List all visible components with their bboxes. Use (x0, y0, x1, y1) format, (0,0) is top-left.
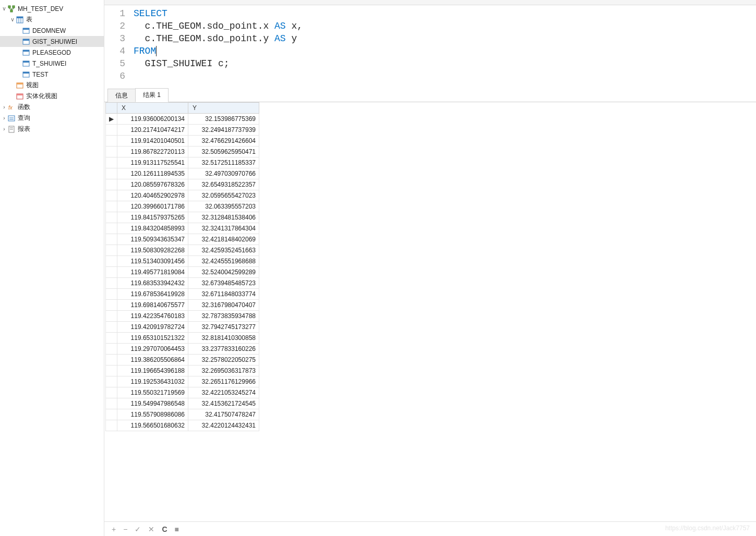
expander-icon[interactable]: v (1, 6, 7, 11)
table-row[interactable]: 119.50830928226832.4259352451663 (106, 245, 259, 256)
table-row[interactable]: 119.69814067557732.3167980470407 (106, 300, 259, 311)
cell[interactable]: 119.422354760183 (117, 311, 188, 322)
table-row[interactable]: 120.40465290297832.0595655427023 (106, 190, 259, 201)
chevron-right-icon[interactable]: › (1, 126, 7, 132)
delete-row-button[interactable]: − (123, 525, 127, 533)
cell[interactable]: 119.557908986086 (117, 409, 188, 420)
table-row[interactable]: 119.91311752554132.5172511185337 (106, 157, 259, 168)
tree-table-gist-shuiwei[interactable]: GIST_SHUIWEI (0, 36, 104, 47)
table-row[interactable]: 119.56650168063232.4220124432431 (106, 420, 259, 431)
tree-table-t-shuiwei[interactable]: T_SHUIWEI (0, 58, 104, 69)
tree-matviews-node[interactable]: 实体化视图 (0, 91, 104, 102)
tab-result-1[interactable]: 结果 1 (135, 88, 169, 102)
cell[interactable]: 32.4153621724545 (188, 398, 259, 409)
cell[interactable]: 119.297070064453 (117, 344, 188, 355)
cell[interactable]: 32.8181410300858 (188, 333, 259, 344)
tree-functions-node[interactable]: › fx 函数 (0, 102, 104, 113)
cell[interactable]: 119.192536431032 (117, 376, 188, 387)
cell[interactable]: 119.509343635347 (117, 234, 188, 245)
table-row[interactable]: 119.19665439618832.2695036317873 (106, 366, 259, 376)
table-row[interactable]: 119.91420104050132.4766291426604 (106, 136, 259, 147)
table-row[interactable]: 119.84320485899332.3241317864304 (106, 223, 259, 234)
table-row[interactable]: 119.68353394243232.6739485485723 (106, 278, 259, 289)
table-row[interactable]: 119.38620550686432.2578022050275 (106, 355, 259, 366)
table-row[interactable]: 119.19253643103232.2651176129966 (106, 376, 259, 387)
result-grid-wrap[interactable]: X Y ▶119.93600620013432.153986775369120.… (104, 102, 756, 521)
cell[interactable]: 32.4221053245274 (188, 387, 259, 398)
table-row[interactable]: 119.65310152132232.8181410300858 (106, 333, 259, 344)
table-row[interactable]: 120.12611189453532.497030970766 (106, 168, 259, 179)
commit-button[interactable]: ✓ (135, 525, 141, 533)
cell[interactable]: 32.7873835934788 (188, 311, 259, 322)
cell[interactable]: 119.513403091456 (117, 256, 188, 267)
cell[interactable]: 119.867822720113 (117, 147, 188, 157)
tree-reports-node[interactable]: › 报表 (0, 124, 104, 135)
cell[interactable]: 119.683533942432 (117, 278, 188, 289)
cell[interactable]: 119.914201040501 (117, 136, 188, 147)
add-row-button[interactable]: + (112, 525, 116, 533)
cell[interactable]: 32.7942745173277 (188, 322, 259, 333)
cell[interactable]: 119.495771819084 (117, 267, 188, 278)
cell[interactable]: 32.063395557203 (188, 201, 259, 212)
table-row[interactable]: 119.67853641992832.6711848033774 (106, 289, 259, 300)
cell[interactable]: 119.508309282268 (117, 245, 188, 256)
cell[interactable]: 32.4220124432431 (188, 420, 259, 431)
table-row[interactable]: 119.54994798654832.4153621724545 (106, 398, 259, 409)
cell[interactable]: 32.5240042599289 (188, 267, 259, 278)
tree-table-pleasegod[interactable]: PLEASEGOD (0, 47, 104, 58)
sql-editor[interactable]: 1SELECT 2 c.THE_GEOM.sdo_point.x AS x, 3… (104, 5, 756, 88)
cell[interactable]: 119.550321719569 (117, 387, 188, 398)
table-row[interactable]: 120.39966017178632.063395557203 (106, 201, 259, 212)
cell[interactable]: 32.3128481538406 (188, 212, 259, 223)
cell[interactable]: 120.085597678326 (117, 179, 188, 190)
cell[interactable]: 33.2377833160226 (188, 344, 259, 355)
table-row[interactable]: 120.21741047421732.2494187737939 (106, 125, 259, 136)
table-row[interactable]: ▶119.93600620013432.153986775369 (106, 114, 259, 125)
cell[interactable]: 32.3241317864304 (188, 223, 259, 234)
cell[interactable]: 32.2695036317873 (188, 366, 259, 376)
cell[interactable]: 32.5059625950471 (188, 147, 259, 157)
cell[interactable]: 119.566501680632 (117, 420, 188, 431)
tree-schema-node[interactable]: v MH_TEST_DEV (0, 3, 104, 14)
cancel-button[interactable]: ✕ (148, 525, 154, 533)
result-grid[interactable]: X Y ▶119.93600620013432.153986775369120.… (105, 102, 259, 431)
chevron-right-icon[interactable]: › (1, 115, 7, 121)
cell[interactable]: 119.420919782724 (117, 322, 188, 333)
cell[interactable]: 32.4766291426604 (188, 136, 259, 147)
cell[interactable]: 32.153986775369 (188, 114, 259, 125)
cell[interactable]: 120.217410474217 (117, 125, 188, 136)
column-header-y[interactable]: Y (188, 103, 259, 114)
cell[interactable]: 32.0595655427023 (188, 190, 259, 201)
table-row[interactable]: 119.55790898608632.417507478247 (106, 409, 259, 420)
cell[interactable]: 32.2578022050275 (188, 355, 259, 366)
cell[interactable]: 32.6739485485723 (188, 278, 259, 289)
cell[interactable]: 32.2494187737939 (188, 125, 259, 136)
cell[interactable]: 32.417507478247 (188, 409, 259, 420)
stop-button[interactable]: ■ (175, 525, 179, 533)
cell[interactable]: 32.6549318522357 (188, 179, 259, 190)
table-row[interactable]: 119.49577181908432.5240042599289 (106, 267, 259, 278)
table-row[interactable]: 119.42091978272432.7942745173277 (106, 322, 259, 333)
tree-queries-node[interactable]: › 查询 (0, 113, 104, 124)
table-row[interactable]: 119.51340309145632.4245551968688 (106, 256, 259, 267)
object-tree[interactable]: v MH_TEST_DEV v 表 DEOMNEW GIST_SHUIWEI P… (0, 0, 104, 536)
chevron-right-icon[interactable]: › (1, 104, 7, 110)
cell[interactable]: 120.399660171786 (117, 201, 188, 212)
cell[interactable]: 32.4218148402069 (188, 234, 259, 245)
table-row[interactable]: 119.84157937526532.3128481538406 (106, 212, 259, 223)
cell[interactable]: 119.843204858993 (117, 223, 188, 234)
refresh-button[interactable]: C (162, 525, 167, 533)
cell[interactable]: 32.2651176129966 (188, 376, 259, 387)
cell[interactable]: 119.698140675577 (117, 300, 188, 311)
cell[interactable]: 119.386205506864 (117, 355, 188, 366)
cell[interactable]: 32.4245551968688 (188, 256, 259, 267)
tree-table-test[interactable]: TEST (0, 69, 104, 80)
cell[interactable]: 119.678536419928 (117, 289, 188, 300)
cell[interactable]: 120.126111894535 (117, 168, 188, 179)
expander-icon[interactable]: v (9, 17, 16, 22)
cell[interactable]: 119.913117525541 (117, 157, 188, 168)
table-row[interactable]: 119.42235476018332.7873835934788 (106, 311, 259, 322)
table-row[interactable]: 120.08559767832632.6549318522357 (106, 179, 259, 190)
tree-views-node[interactable]: 视图 (0, 80, 104, 91)
tree-tables-node[interactable]: v 表 (0, 14, 104, 25)
